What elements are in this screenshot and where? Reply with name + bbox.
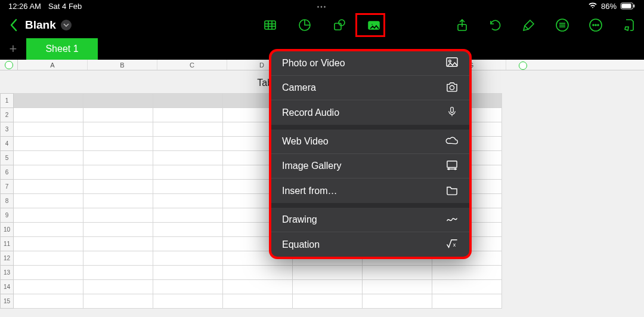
cell[interactable] bbox=[83, 94, 153, 108]
cell[interactable] bbox=[153, 251, 223, 266]
row-header[interactable]: 2 bbox=[1, 108, 14, 122]
cell[interactable] bbox=[83, 122, 153, 137]
menu-item-image-gallery[interactable]: Image Gallery bbox=[271, 154, 469, 178]
share-button[interactable] bbox=[454, 17, 470, 33]
row-header[interactable]: 13 bbox=[1, 266, 14, 280]
cell[interactable] bbox=[14, 251, 83, 266]
cell[interactable] bbox=[83, 108, 153, 122]
cell[interactable] bbox=[363, 294, 432, 309]
cell[interactable] bbox=[14, 223, 83, 237]
cell[interactable] bbox=[83, 280, 153, 294]
insert-table-button[interactable] bbox=[262, 17, 278, 33]
cell[interactable] bbox=[83, 194, 153, 208]
cell[interactable] bbox=[14, 137, 83, 151]
cell[interactable] bbox=[223, 280, 293, 294]
table-handle-top-right[interactable] bbox=[519, 61, 527, 70]
cell[interactable] bbox=[83, 237, 153, 251]
cell[interactable] bbox=[293, 294, 363, 309]
menu-item-camera[interactable]: Camera bbox=[271, 76, 469, 100]
cell[interactable] bbox=[153, 108, 223, 122]
cell[interactable] bbox=[153, 165, 223, 180]
cell[interactable] bbox=[14, 194, 83, 208]
cell[interactable] bbox=[83, 151, 153, 165]
undo-button[interactable] bbox=[488, 17, 503, 33]
row-header[interactable]: 8 bbox=[1, 194, 14, 208]
document-title[interactable]: Blank bbox=[25, 19, 72, 32]
row-header[interactable]: 11 bbox=[1, 237, 14, 251]
cell[interactable] bbox=[14, 151, 83, 165]
cell[interactable] bbox=[223, 294, 293, 309]
insert-chart-button[interactable] bbox=[297, 17, 312, 33]
cell[interactable] bbox=[153, 94, 223, 108]
cell[interactable] bbox=[153, 237, 223, 251]
cell[interactable] bbox=[14, 94, 83, 108]
row-header[interactable]: 6 bbox=[1, 165, 14, 180]
cell[interactable] bbox=[14, 280, 83, 294]
more-button[interactable] bbox=[588, 17, 603, 33]
cell[interactable] bbox=[432, 294, 502, 309]
cell[interactable] bbox=[83, 165, 153, 180]
col-header[interactable]: C bbox=[157, 60, 227, 70]
row-header[interactable]: 1 bbox=[1, 94, 14, 108]
cell[interactable] bbox=[14, 108, 83, 122]
row-header[interactable]: 3 bbox=[1, 122, 14, 137]
cell[interactable] bbox=[14, 294, 83, 309]
cell[interactable] bbox=[83, 294, 153, 309]
multitask-dots[interactable]: ••• bbox=[317, 4, 327, 10]
cell[interactable] bbox=[83, 208, 153, 223]
view-options-button[interactable] bbox=[555, 17, 570, 33]
cell[interactable] bbox=[14, 165, 83, 180]
cell[interactable] bbox=[83, 180, 153, 194]
cell[interactable] bbox=[83, 223, 153, 237]
row-header[interactable]: 14 bbox=[1, 280, 14, 294]
row-header[interactable]: 9 bbox=[1, 208, 14, 223]
cell[interactable] bbox=[153, 151, 223, 165]
cell[interactable] bbox=[153, 223, 223, 237]
menu-item-web-video[interactable]: Web Video bbox=[271, 130, 469, 154]
back-button[interactable] bbox=[6, 19, 21, 32]
cell[interactable] bbox=[14, 266, 83, 280]
cell[interactable] bbox=[14, 180, 83, 194]
menu-item-photo-or-video[interactable]: Photo or Video bbox=[271, 51, 469, 76]
insert-media-button[interactable] bbox=[366, 17, 382, 33]
cell[interactable] bbox=[153, 122, 223, 137]
cell[interactable] bbox=[14, 208, 83, 223]
col-header[interactable]: A bbox=[18, 60, 88, 70]
row-header[interactable]: 5 bbox=[1, 151, 14, 165]
menu-item-record-audio[interactable]: Record Audio bbox=[271, 100, 469, 125]
row-header[interactable]: 10 bbox=[1, 223, 14, 237]
cell[interactable] bbox=[14, 237, 83, 251]
cell[interactable] bbox=[223, 266, 293, 280]
cell[interactable] bbox=[293, 266, 363, 280]
document-settings-button[interactable] bbox=[621, 17, 637, 33]
cell[interactable] bbox=[153, 294, 223, 309]
cell[interactable] bbox=[14, 122, 83, 137]
row-header[interactable]: 4 bbox=[1, 137, 14, 151]
menu-item-insert-from[interactable]: Insert from… bbox=[271, 178, 469, 203]
cell[interactable] bbox=[153, 266, 223, 280]
cell[interactable] bbox=[363, 266, 432, 280]
menu-item-equation[interactable]: Equationx bbox=[271, 232, 469, 257]
cell[interactable] bbox=[432, 266, 502, 280]
menu-item-drawing[interactable]: Drawing bbox=[271, 208, 469, 232]
cell[interactable] bbox=[363, 280, 432, 294]
cell[interactable] bbox=[153, 280, 223, 294]
cell[interactable] bbox=[153, 208, 223, 223]
cell[interactable] bbox=[83, 137, 153, 151]
sheet-tab[interactable]: Sheet 1 bbox=[26, 38, 98, 60]
cell[interactable] bbox=[293, 280, 363, 294]
row-header[interactable]: 15 bbox=[1, 294, 14, 309]
cell[interactable] bbox=[153, 137, 223, 151]
cell[interactable] bbox=[83, 251, 153, 266]
col-header[interactable]: B bbox=[88, 60, 157, 70]
add-sheet-button[interactable]: + bbox=[0, 38, 26, 60]
table-handle-top-left[interactable] bbox=[5, 61, 13, 69]
insert-shape-button[interactable] bbox=[332, 17, 347, 33]
format-brush-button[interactable] bbox=[521, 17, 537, 33]
row-header[interactable]: 12 bbox=[1, 251, 14, 266]
cell[interactable] bbox=[432, 280, 502, 294]
cell[interactable] bbox=[83, 266, 153, 280]
cell[interactable] bbox=[153, 180, 223, 194]
cell[interactable] bbox=[153, 194, 223, 208]
row-header[interactable]: 7 bbox=[1, 180, 14, 194]
